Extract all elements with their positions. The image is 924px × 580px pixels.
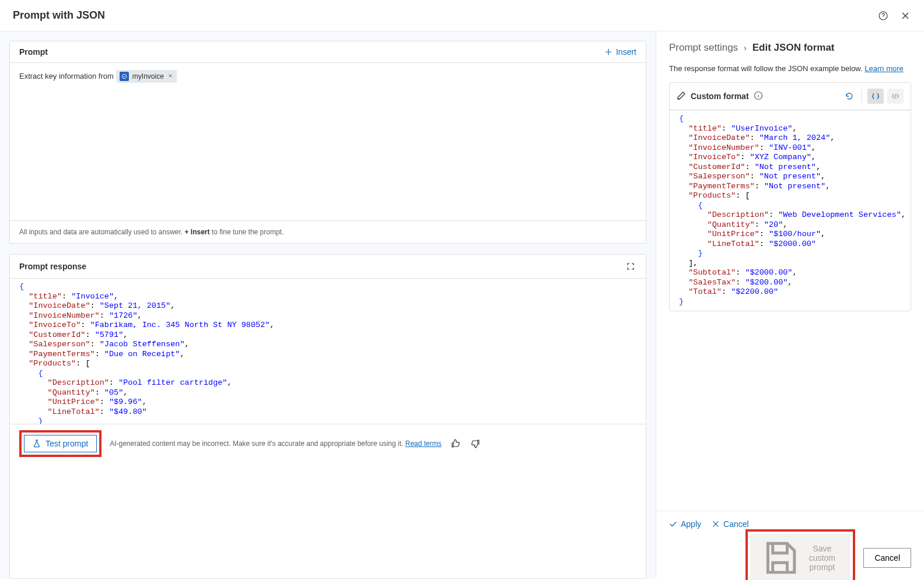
svg-point-1 bbox=[122, 74, 127, 79]
global-footer: Save custom prompt Cancel bbox=[656, 537, 924, 579]
settings-panel: Prompt settings › Edit JSON format The r… bbox=[656, 31, 924, 579]
input-chip-myinvoice[interactable]: myInvoice bbox=[116, 70, 177, 83]
response-section-title: Prompt response bbox=[19, 262, 86, 271]
custom-format-label: Custom format bbox=[691, 92, 749, 101]
highlight-test-prompt: Test prompt bbox=[19, 430, 102, 457]
edit-icon bbox=[677, 91, 686, 102]
highlight-save: Save custom prompt bbox=[746, 529, 855, 580]
custom-format-card: Custom format bbox=[669, 82, 911, 311]
close-icon[interactable] bbox=[900, 10, 911, 22]
chip-document-icon bbox=[120, 72, 129, 81]
expand-icon[interactable] bbox=[625, 261, 636, 272]
prompt-text-before: Extract key information from bbox=[19, 70, 114, 83]
custom-format-code-area[interactable]: { "title": "UserInvoice", "InvoiceDate":… bbox=[670, 110, 911, 308]
thumbs-down-icon[interactable] bbox=[470, 438, 481, 449]
code-view-button[interactable] bbox=[887, 89, 904, 104]
modal-header: Prompt with JSON bbox=[0, 0, 924, 31]
chip-remove-icon[interactable] bbox=[167, 72, 173, 80]
left-panel: Prompt Insert Extract key information fr… bbox=[0, 31, 656, 579]
undo-icon[interactable] bbox=[844, 90, 855, 102]
cancel-button[interactable]: Cancel bbox=[863, 548, 911, 568]
json-view-button[interactable] bbox=[867, 89, 884, 104]
resize-handle[interactable] bbox=[670, 308, 911, 311]
chevron-right-icon: › bbox=[744, 43, 747, 52]
insert-label: Insert bbox=[616, 47, 636, 57]
prompt-section-title: Prompt bbox=[19, 47, 48, 57]
thumbs-up-icon[interactable] bbox=[450, 438, 461, 449]
info-icon[interactable] bbox=[754, 91, 763, 102]
learn-more-link[interactable]: Learn more bbox=[864, 64, 903, 73]
prompt-card: Prompt Insert Extract key information fr… bbox=[9, 41, 646, 244]
settings-intro: The response format will follow the JSON… bbox=[656, 64, 924, 82]
apply-button[interactable]: Apply bbox=[669, 519, 701, 529]
toolbar-separator bbox=[861, 90, 862, 103]
test-prompt-button[interactable]: Test prompt bbox=[24, 435, 97, 452]
save-icon bbox=[761, 539, 799, 577]
insert-button[interactable]: Insert bbox=[604, 47, 636, 57]
help-icon[interactable] bbox=[877, 10, 889, 22]
prompt-response-card: Prompt response { "title": "Invoice", "I… bbox=[9, 254, 646, 579]
chip-label: myInvoice bbox=[132, 72, 164, 80]
read-terms-link[interactable]: Read terms bbox=[405, 440, 442, 448]
breadcrumb-prompt-settings[interactable]: Prompt settings bbox=[669, 42, 738, 54]
prompt-hint: All inputs and data are automatically us… bbox=[10, 220, 646, 243]
breadcrumb-edit-json: Edit JSON format bbox=[752, 42, 835, 54]
save-custom-prompt-button[interactable]: Save custom prompt bbox=[750, 534, 850, 580]
cancel-settings-button[interactable]: Cancel bbox=[712, 519, 749, 529]
page-title: Prompt with JSON bbox=[13, 9, 105, 22]
breadcrumb: Prompt settings › Edit JSON format bbox=[656, 31, 924, 64]
ai-disclaimer: AI-generated content may be incorrect. M… bbox=[110, 440, 442, 448]
response-code-area[interactable]: { "title": "Invoice", "InvoiceDate": "Se… bbox=[10, 278, 646, 424]
prompt-input-area[interactable]: Extract key information from myInvoice bbox=[10, 63, 646, 220]
